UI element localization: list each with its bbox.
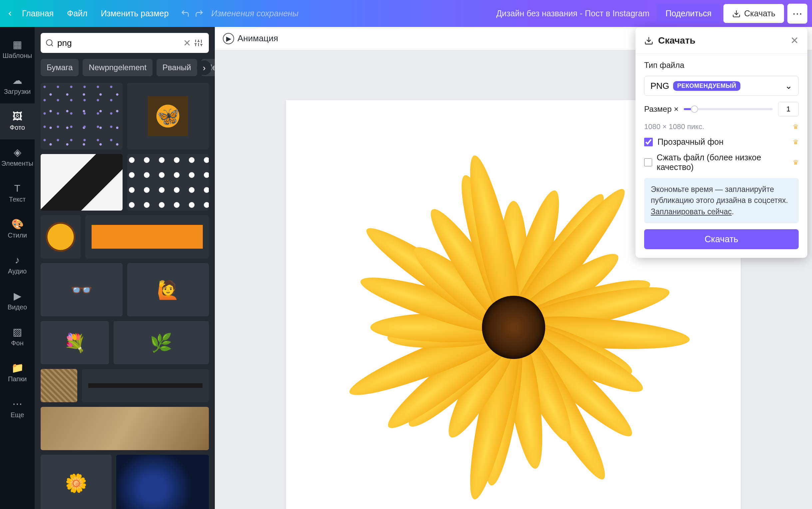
animation-button[interactable]: ▶ Анимация (223, 33, 278, 44)
photo-thumb[interactable]: 👓 (41, 263, 123, 316)
transparent-bg-row[interactable]: Прозрачный фон ♛ (644, 137, 799, 147)
nav-elements[interactable]: ◈Элементы (0, 139, 35, 175)
compress-checkbox[interactable] (644, 158, 652, 167)
share-button[interactable]: Поделиться (657, 4, 720, 23)
photo-thumb[interactable] (41, 369, 77, 402)
close-popover-button[interactable]: ✕ (790, 35, 799, 46)
nav-video[interactable]: ▶Видео (0, 283, 35, 319)
search-input[interactable] (57, 38, 180, 48)
document-name[interactable]: Дизайн без названия - Пост в Instagram (496, 9, 650, 18)
chip-row: Бумага Newpngelement Рваный Ле › (35, 56, 215, 81)
chevron-down-icon: ⌄ (785, 81, 792, 91)
download-top-label: Скачать (744, 9, 775, 18)
svg-line-2 (51, 44, 53, 46)
nav-uploads[interactable]: ☁Загрузки (0, 68, 35, 103)
transparent-bg-checkbox[interactable] (644, 138, 653, 146)
nav-background[interactable]: ▨Фон (0, 319, 35, 355)
save-status: Изменения сохранены (211, 9, 299, 18)
download-button[interactable]: Скачать (644, 229, 799, 249)
nav-more[interactable]: ⋯Еще (0, 391, 35, 427)
styles-icon: 🎨 (11, 219, 24, 229)
photo-thumb[interactable]: 💐 (41, 321, 109, 364)
background-icon: ▨ (13, 327, 22, 337)
chip[interactable]: Рваный (157, 59, 197, 76)
recommended-badge: РЕКОМЕНДУЕМЫЙ (673, 81, 740, 91)
audio-icon: ♪ (15, 255, 20, 265)
crown-icon: ♛ (793, 138, 799, 146)
topbar: Главная Файл Изменить размер Изменения с… (0, 0, 812, 27)
nav-rail: ▦Шаблоны ☁Загрузки 🖼Фото ◈Элементы TТекс… (0, 27, 35, 509)
more-icon: ⋯ (12, 399, 22, 409)
photo-thumb[interactable] (82, 369, 209, 402)
flower-image[interactable] (347, 161, 680, 494)
photo-thumb[interactable] (41, 407, 209, 450)
photo-thumb[interactable]: 🌼 (41, 455, 112, 509)
nav-folders[interactable]: 📁Папки (0, 355, 35, 391)
sliders-icon (194, 39, 203, 47)
chip[interactable]: Newpngelement (83, 59, 152, 76)
photo-thumb[interactable] (41, 154, 123, 211)
svg-point-1 (46, 40, 52, 45)
photo-thumb[interactable] (85, 215, 209, 259)
popover-title: Скачать (658, 35, 695, 46)
more-button[interactable]: ⋯ (787, 4, 807, 24)
menu-file[interactable]: Файл (60, 5, 94, 22)
elements-icon: ◈ (14, 147, 21, 157)
undo-button[interactable] (179, 8, 191, 20)
filter-button[interactable] (194, 39, 204, 47)
size-slider[interactable] (684, 108, 773, 110)
photos-icon: 🖼 (12, 111, 22, 122)
photo-thumb[interactable] (116, 455, 209, 509)
chip[interactable]: Бумага (41, 59, 79, 76)
animation-icon: ▶ (223, 33, 234, 44)
photo-thumb[interactable]: 🌿 (114, 321, 209, 364)
filetype-label: Тип файла (644, 61, 799, 70)
nav-text[interactable]: TТекст (0, 175, 35, 211)
filetype-select[interactable]: PNG РЕКОМЕНДУЕМЫЙ ⌄ (644, 76, 799, 96)
photo-thumb[interactable] (41, 215, 81, 259)
side-panel: ✕ Бумага Newpngelement Рваный Ле › 🦋 (35, 27, 215, 509)
download-popover: Скачать ✕ Тип файла PNG РЕКОМЕНДУЕМЫЙ ⌄ … (635, 27, 807, 258)
crown-icon: ♛ (793, 123, 799, 131)
photo-thumb[interactable]: 🙋 (127, 263, 209, 316)
photo-thumb[interactable] (127, 154, 209, 211)
text-icon: T (14, 183, 20, 193)
download-icon (644, 36, 653, 45)
photo-thumb[interactable] (41, 83, 123, 149)
back-button[interactable] (5, 8, 15, 19)
compress-row[interactable]: Сжать файл (более низкое качество) ♛ (644, 153, 799, 172)
chips-scroll-right[interactable]: › (197, 61, 212, 75)
nav-audio[interactable]: ♪Аудио (0, 247, 35, 283)
clear-search-button[interactable]: ✕ (183, 38, 191, 48)
dimensions-text: 1080 × 1080 пикс. (644, 123, 704, 131)
menu-resize[interactable]: Изменить размер (94, 5, 176, 22)
size-input[interactable] (778, 102, 799, 116)
size-label: Размер × (644, 104, 679, 114)
photo-results: 🦋 👓 🙋 💐 🌿 (35, 81, 215, 509)
search-box[interactable]: ✕ (41, 33, 209, 53)
uploads-icon: ☁ (12, 75, 22, 86)
download-top-button[interactable]: Скачать (723, 4, 784, 23)
folders-icon: 📁 (11, 363, 24, 373)
schedule-tip: Экономьте время — запланируйте публикаци… (644, 178, 799, 223)
nav-photos[interactable]: 🖼Фото (0, 103, 35, 139)
nav-templates[interactable]: ▦Шаблоны (0, 32, 35, 68)
nav-styles[interactable]: 🎨Стили (0, 211, 35, 247)
crown-icon: ♛ (793, 158, 799, 166)
search-icon (45, 39, 54, 47)
templates-icon: ▦ (13, 40, 22, 49)
schedule-link[interactable]: Запланировать сейчас (651, 207, 732, 216)
video-icon: ▶ (14, 291, 21, 301)
photo-thumb[interactable]: 🦋 (127, 83, 209, 149)
menu-home[interactable]: Главная (15, 5, 60, 22)
redo-button[interactable] (193, 8, 205, 20)
